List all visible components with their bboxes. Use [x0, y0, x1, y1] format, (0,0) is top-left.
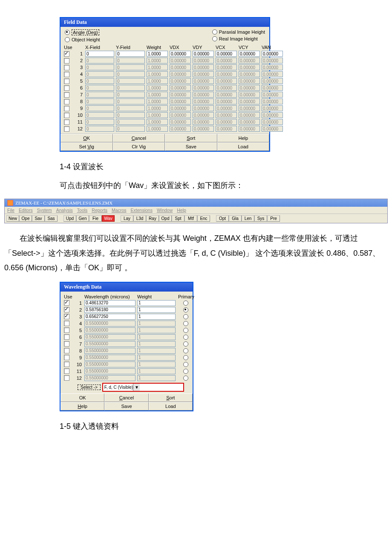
menu-item[interactable]: Tools — [77, 208, 88, 213]
cell-vdx[interactable] — [170, 51, 191, 57]
cell-vdx[interactable] — [170, 58, 191, 64]
cell-vcx[interactable] — [216, 119, 237, 125]
cell-vdy[interactable] — [193, 92, 214, 98]
weight-input[interactable] — [137, 361, 176, 367]
cell-vdx[interactable] — [170, 85, 191, 91]
cell-w[interactable] — [147, 92, 168, 98]
toolbar-l3d-button[interactable]: L3d — [133, 215, 146, 222]
menu-item[interactable]: Window — [157, 208, 173, 213]
clr-vig-button[interactable]: Clr Vig — [113, 142, 165, 151]
cell-x[interactable] — [85, 78, 114, 84]
cell-x[interactable] — [85, 112, 114, 118]
cell-van[interactable] — [262, 64, 283, 70]
cell-van[interactable] — [262, 105, 283, 111]
cell-y[interactable] — [116, 119, 145, 125]
wavelength-input[interactable] — [84, 341, 135, 347]
cell-w[interactable] — [147, 85, 168, 91]
weight-input[interactable] — [137, 307, 176, 313]
cell-vdy[interactable] — [193, 112, 214, 118]
primary-radio[interactable] — [183, 348, 188, 353]
use-checkbox[interactable] — [64, 348, 69, 353]
cell-y[interactable] — [116, 71, 145, 77]
cell-vcy[interactable] — [239, 64, 260, 70]
cell-w[interactable] — [147, 78, 168, 84]
cell-vdy[interactable] — [193, 64, 214, 70]
radio-object-height[interactable]: Object Height — [65, 37, 100, 42]
menu-item[interactable]: Reports — [92, 208, 107, 213]
cell-x[interactable] — [85, 71, 114, 77]
use-checkbox[interactable] — [64, 65, 69, 70]
select-button[interactable]: Select -> — [78, 384, 101, 390]
toolbar-lay-button[interactable]: Lay — [121, 215, 133, 222]
cell-vdx[interactable] — [170, 92, 191, 98]
weight-input[interactable] — [137, 348, 176, 354]
toolbar-gla-button[interactable]: Gla — [229, 215, 242, 222]
cell-x[interactable] — [85, 85, 114, 91]
sort-button[interactable]: Sort — [165, 134, 217, 142]
use-checkbox[interactable] — [64, 72, 69, 77]
wavelength-input[interactable] — [84, 334, 135, 340]
cell-vdx[interactable] — [170, 64, 191, 70]
cell-vdy[interactable] — [193, 85, 214, 91]
toolbar-fie-button[interactable]: Fie — [89, 215, 102, 222]
weight-input[interactable] — [137, 314, 176, 320]
cell-y[interactable] — [116, 64, 145, 70]
cell-van[interactable] — [262, 112, 283, 118]
use-checkbox[interactable] — [64, 341, 69, 347]
cell-van[interactable] — [262, 85, 283, 91]
cell-vcx[interactable] — [216, 112, 237, 118]
use-checkbox[interactable] — [64, 300, 69, 306]
radio-angle-deg[interactable]: Angle (Deg) — [65, 29, 100, 35]
use-checkbox[interactable] — [64, 99, 69, 104]
cell-w[interactable] — [147, 105, 168, 111]
primary-radio[interactable] — [183, 341, 188, 347]
wl-ok-button[interactable]: OK — [61, 393, 104, 402]
toolbar-pre-button[interactable]: Pre — [267, 215, 280, 222]
cell-y[interactable] — [116, 98, 145, 104]
use-checkbox[interactable] — [64, 327, 69, 333]
cell-van[interactable] — [262, 92, 283, 98]
radio-real-image-height[interactable]: Real Image Height — [212, 36, 265, 41]
cell-van[interactable] — [262, 98, 283, 104]
cell-w[interactable] — [147, 112, 168, 118]
cell-van[interactable] — [262, 78, 283, 84]
use-checkbox[interactable] — [64, 307, 69, 312]
cell-vdx[interactable] — [170, 112, 191, 118]
cell-y[interactable] — [116, 105, 145, 111]
cell-vcx[interactable] — [216, 78, 237, 84]
cell-vcx[interactable] — [216, 58, 237, 64]
weight-input[interactable] — [137, 375, 176, 381]
ok-button[interactable]: OK — [61, 134, 113, 142]
primary-radio[interactable] — [183, 307, 188, 312]
toolbar-sav-button[interactable]: Sav — [32, 215, 45, 222]
primary-radio[interactable] — [183, 321, 188, 326]
cell-x[interactable] — [85, 98, 114, 104]
cell-van[interactable] — [262, 51, 283, 57]
cell-y[interactable] — [116, 126, 145, 132]
wavelength-input[interactable] — [84, 361, 135, 367]
wl-help-button[interactable]: Help — [61, 402, 104, 410]
cell-vdx[interactable] — [170, 126, 191, 132]
wavelength-input[interactable] — [84, 375, 135, 381]
cell-vcx[interactable] — [216, 64, 237, 70]
weight-input[interactable] — [137, 355, 176, 361]
cell-y[interactable] — [116, 58, 145, 64]
cell-vcx[interactable] — [216, 98, 237, 104]
cell-vcy[interactable] — [239, 98, 260, 104]
cell-y[interactable] — [116, 85, 145, 91]
cell-x[interactable] — [85, 64, 114, 70]
cell-x[interactable] — [85, 58, 114, 64]
use-checkbox[interactable] — [64, 51, 69, 57]
toolbar-ope-button[interactable]: Ope — [19, 215, 32, 222]
wavelength-preset-combo[interactable]: F, d, C (Visible) ▼ — [102, 383, 184, 392]
toolbar-spt-button[interactable]: Spt — [172, 215, 184, 222]
load-button[interactable]: Load — [217, 142, 270, 151]
cell-w[interactable] — [147, 64, 168, 70]
primary-radio[interactable] — [183, 369, 188, 374]
set-vig-button[interactable]: Set Vig — [61, 142, 113, 151]
wavelength-input[interactable] — [84, 348, 135, 354]
use-checkbox[interactable] — [64, 119, 69, 125]
cell-x[interactable] — [85, 51, 114, 57]
cell-w[interactable] — [147, 119, 168, 125]
primary-radio[interactable] — [183, 335, 188, 340]
